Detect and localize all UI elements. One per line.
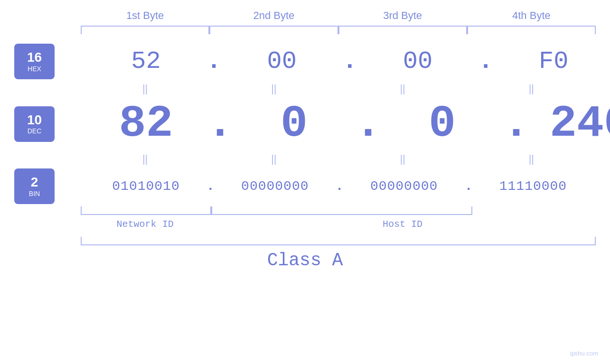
eq1-3: || bbox=[338, 83, 467, 95]
eq1-2: || bbox=[209, 83, 338, 95]
bin-byte3: 00000000 bbox=[339, 179, 469, 194]
hex-base-label: HEX bbox=[28, 65, 41, 73]
dec-byte4: 240 bbox=[525, 98, 610, 149]
bracket-top-2 bbox=[209, 26, 338, 34]
segment-labels-row: Network ID Host ID bbox=[81, 219, 596, 230]
eq1-4: || bbox=[467, 83, 596, 95]
bracket-bottom-row bbox=[81, 206, 596, 215]
hex-byte1: 52 bbox=[81, 47, 211, 75]
hex-row: 16 HEX 52 . 00 . 00 . F0 bbox=[14, 44, 596, 79]
bin-base-box: 2 BIN bbox=[14, 168, 55, 204]
bin-byte2: 00000000 bbox=[210, 179, 340, 194]
dec-base-box: 10 DEC bbox=[14, 106, 55, 142]
eq2-3: || bbox=[338, 153, 467, 165]
bracket-host-spacer bbox=[211, 206, 472, 215]
bin-base-label: BIN bbox=[29, 190, 40, 197]
eq2-4: || bbox=[467, 153, 596, 165]
bracket-top-3 bbox=[338, 26, 467, 34]
byte2-label: 2nd Byte bbox=[209, 9, 338, 22]
network-id-label: Network ID bbox=[81, 219, 209, 230]
dec-byte1: 82 bbox=[81, 98, 211, 149]
bin-row: 2 BIN 01010010 . 00000000 . 00000000 . 1… bbox=[14, 168, 596, 204]
equals-row-1: || || || || bbox=[81, 79, 596, 98]
bracket-top-row bbox=[81, 26, 596, 34]
equals-row-2: || || || || bbox=[81, 149, 596, 168]
bin-values: 01010010 . 00000000 . 00000000 . 1111000… bbox=[81, 179, 598, 194]
bracket-top-4 bbox=[467, 26, 596, 34]
bin-byte1: 01010010 bbox=[81, 179, 211, 194]
hex-byte3: 00 bbox=[352, 47, 483, 75]
eq2-2: || bbox=[209, 153, 338, 165]
dec-row: 10 DEC 82 . 0 . 0 . 240 bbox=[14, 98, 596, 149]
host-id-label: Host ID bbox=[209, 219, 596, 230]
dec-byte2: 0 bbox=[229, 98, 359, 149]
dec-byte3: 0 bbox=[377, 98, 507, 149]
bracket-top-1 bbox=[81, 26, 209, 34]
hex-byte4: F0 bbox=[488, 47, 610, 75]
bin-byte4: 11110000 bbox=[468, 179, 598, 194]
class-label: Class A bbox=[267, 250, 343, 271]
bracket-host bbox=[211, 206, 472, 215]
class-label-row: Class A bbox=[14, 250, 596, 271]
eq2-1: || bbox=[81, 153, 209, 165]
eq1-1: || bbox=[81, 83, 209, 95]
byte1-label: 1st Byte bbox=[81, 9, 209, 22]
header-row: 1st Byte 2nd Byte 3rd Byte 4th Byte bbox=[81, 9, 596, 22]
hex-base-number: 16 bbox=[27, 50, 42, 65]
class-bracket bbox=[81, 237, 596, 245]
hex-base-box: 16 HEX bbox=[14, 44, 55, 79]
bin-base-number: 2 bbox=[31, 175, 38, 190]
bracket-network bbox=[81, 206, 211, 215]
class-bracket-row bbox=[81, 237, 596, 245]
hex-byte2: 00 bbox=[216, 47, 347, 75]
dec-values: 82 . 0 . 0 . 240 bbox=[81, 98, 610, 149]
main-container: 1st Byte 2nd Byte 3rd Byte 4th Byte 16 H… bbox=[0, 0, 610, 364]
hex-values: 52 . 00 . 00 . F0 bbox=[81, 47, 610, 75]
dec-base-number: 10 bbox=[27, 113, 42, 128]
dec-base-label: DEC bbox=[28, 127, 42, 135]
watermark: ipshu.com bbox=[570, 350, 598, 357]
byte3-label: 3rd Byte bbox=[338, 9, 467, 22]
byte4-label: 4th Byte bbox=[467, 9, 596, 22]
